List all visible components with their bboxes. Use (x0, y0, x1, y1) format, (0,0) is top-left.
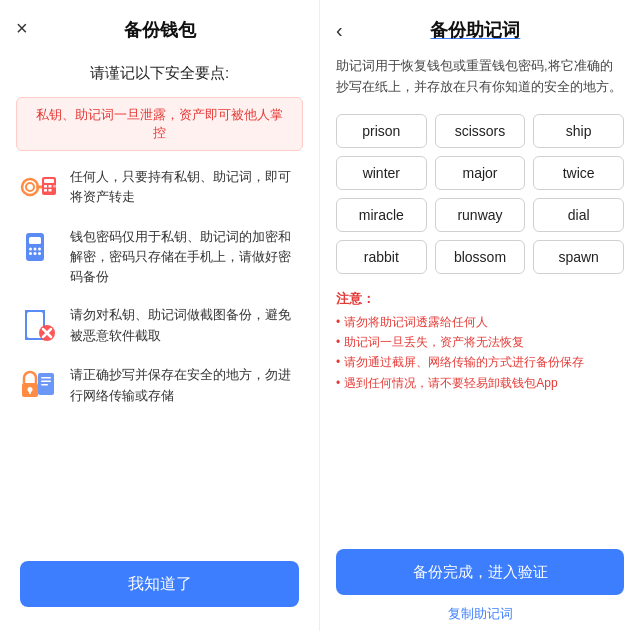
svg-rect-30 (41, 384, 48, 386)
mnemonic-word-8: runway (435, 198, 526, 232)
key-transfer-icon (16, 165, 60, 209)
svg-point-17 (29, 252, 32, 255)
svg-rect-13 (29, 237, 41, 244)
security-text-2: 钱包密码仅用于私钥、助记词的加密和解密，密码只存储在手机上，请做好密码备份 (70, 225, 303, 287)
mnemonic-grid: prisonscissorsshipwintermajortwicemiracl… (320, 108, 640, 284)
security-text-3: 请勿对私钥、助记词做截图备份，避免被恶意软件截取 (70, 303, 303, 345)
mnemonic-word-10: rabbit (336, 240, 427, 274)
svg-rect-9 (53, 185, 56, 188)
security-text-4: 请正确抄写并保存在安全的地方，勿进行网络传输或存储 (70, 363, 303, 405)
svg-rect-7 (44, 185, 47, 188)
security-item-3: 请勿对私钥、助记词做截图备份，避免被恶意软件截取 (16, 303, 303, 347)
right-panel: ‹ 备份助记词 助记词用于恢复钱包或重置钱包密码,将它准确的抄写在纸上，并存放在… (320, 0, 640, 631)
left-title: 备份钱包 (124, 18, 196, 42)
svg-rect-6 (44, 179, 54, 183)
notice-title: 注意： (336, 290, 624, 308)
mnemonic-word-12: spawn (533, 240, 624, 274)
know-button[interactable]: 我知道了 (20, 561, 299, 607)
notice-item-1: 请勿将助记词透露给任何人 (336, 312, 624, 332)
svg-point-14 (29, 248, 32, 251)
mnemonic-word-9: dial (533, 198, 624, 232)
mnemonic-word-4: winter (336, 156, 427, 190)
right-title: 备份助记词 (351, 18, 600, 42)
right-footer: 备份完成，进入验证 复制助记词 (320, 541, 640, 631)
left-footer: 我知道了 (0, 549, 319, 631)
svg-rect-28 (41, 377, 51, 379)
screenshot-icon (16, 303, 60, 347)
notice-item-3: 请勿通过截屏、网络传输的方式进行备份保存 (336, 352, 624, 372)
notice-item-2: 助记词一旦丢失，资产将无法恢复 (336, 332, 624, 352)
security-item-2: 钱包密码仅用于私钥、助记词的加密和解密，密码只存储在手机上，请做好密码备份 (16, 225, 303, 287)
mnemonic-word-5: major (435, 156, 526, 190)
paper-icon (16, 363, 60, 407)
password-icon (16, 225, 60, 269)
warning-box: 私钥、助记词一旦泄露，资产即可被他人掌控 (16, 97, 303, 151)
security-item-1: 任何人，只要持有私钥、助记词，即可将资产转走 (16, 165, 303, 209)
svg-rect-8 (49, 185, 52, 188)
left-panel: × 备份钱包 请谨记以下安全要点: 私钥、助记词一旦泄露，资产即可被他人掌控 (0, 0, 320, 631)
left-header: × 备份钱包 (0, 0, 319, 52)
security-list: 任何人，只要持有私钥、助记词，即可将资产转走 钱包密码仅用于私钥、助记词的加密和… (0, 161, 319, 549)
security-text-1: 任何人，只要持有私钥、助记词，即可将资产转走 (70, 165, 303, 207)
right-notice: 注意： 请勿将助记词透露给任何人助记词一旦丢失，资产将无法恢复请勿通过截屏、网络… (320, 284, 640, 404)
svg-rect-11 (49, 189, 52, 192)
svg-rect-10 (44, 189, 47, 192)
security-item-4: 请正确抄写并保存在安全的地方，勿进行网络传输或存储 (16, 363, 303, 407)
svg-rect-29 (41, 381, 51, 383)
mnemonic-word-2: scissors (435, 114, 526, 148)
svg-point-1 (26, 183, 34, 191)
mnemonic-word-6: twice (533, 156, 624, 190)
notice-item-4: 遇到任何情况，请不要轻易卸载钱包App (336, 373, 624, 393)
close-button[interactable]: × (16, 18, 28, 38)
svg-rect-26 (29, 390, 31, 394)
right-description: 助记词用于恢复钱包或重置钱包密码,将它准确的抄写在纸上，并存放在只有你知道的安全… (320, 52, 640, 108)
svg-point-0 (22, 179, 38, 195)
svg-point-19 (38, 252, 41, 255)
mnemonic-word-3: ship (533, 114, 624, 148)
svg-point-16 (38, 248, 41, 251)
copy-mnemonic-link[interactable]: 复制助记词 (448, 605, 513, 623)
backup-button[interactable]: 备份完成，进入验证 (336, 549, 624, 595)
right-header: ‹ 备份助记词 (320, 0, 640, 52)
svg-point-15 (34, 248, 37, 251)
svg-point-18 (34, 252, 37, 255)
left-subtitle: 请谨记以下安全要点: (0, 52, 319, 91)
mnemonic-word-11: blossom (435, 240, 526, 274)
back-button[interactable]: ‹ (336, 19, 343, 42)
mnemonic-word-1: prison (336, 114, 427, 148)
mnemonic-word-7: miracle (336, 198, 427, 232)
